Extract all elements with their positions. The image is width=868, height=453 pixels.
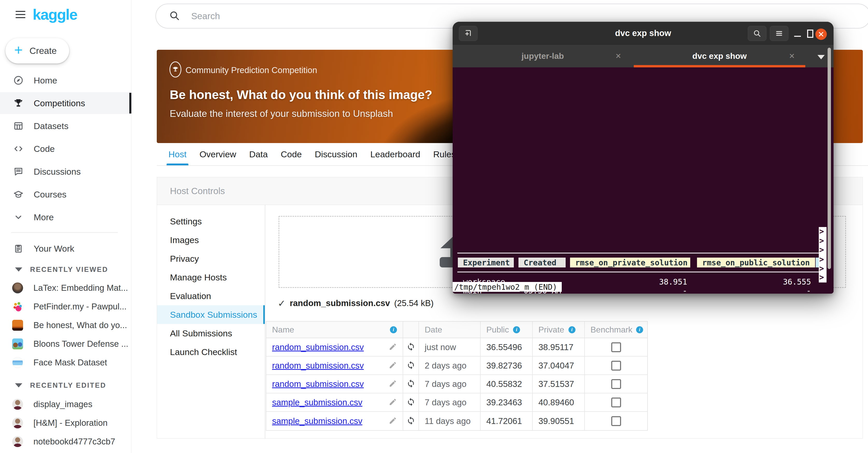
- benchmark-checkbox[interactable]: [611, 416, 621, 426]
- submission-file-link[interactable]: random_submission.csv: [272, 342, 364, 352]
- submission-file-link[interactable]: sample_submission.csv: [272, 416, 362, 426]
- benchmark-checkbox[interactable]: [611, 379, 621, 389]
- column-public: Public: [486, 325, 509, 335]
- terminal-output[interactable]: Experiment Created rmse_on_private_solut…: [453, 67, 834, 294]
- rerun-icon[interactable]: [406, 416, 415, 426]
- submission-file-link[interactable]: random_submission.csv: [272, 361, 364, 370]
- terminal-search-button[interactable]: [748, 26, 767, 41]
- pencil-icon[interactable]: [389, 398, 397, 407]
- sidebar-nav-item[interactable]: More: [0, 206, 131, 228]
- recent-item-label: PetFinder.my - Pawpul...: [33, 302, 126, 311]
- terminal-col-experiment: Experiment: [458, 258, 514, 267]
- wrap-marker: >: [819, 255, 826, 264]
- info-icon[interactable]: i: [390, 326, 397, 333]
- competition-title: Be honest, What do you think of this ima…: [170, 88, 432, 102]
- competition-tab[interactable]: Host: [162, 143, 193, 165]
- tab-close-icon[interactable]: ✕: [615, 52, 621, 60]
- submission-row: random_submission.csv 7 days ago 40.5583…: [266, 375, 647, 393]
- competition-tab[interactable]: Data: [243, 143, 274, 165]
- sidebar-nav-item[interactable]: Discussions: [0, 161, 131, 182]
- rerun-icon[interactable]: [406, 379, 415, 389]
- submission-private-score: 40.89460: [538, 397, 574, 407]
- sidebar-nav-item[interactable]: Code: [0, 138, 131, 160]
- host-controls-menu-label: Privacy: [170, 254, 199, 264]
- info-icon[interactable]: i: [568, 326, 576, 333]
- sidebar-nav-label: More: [34, 212, 54, 222]
- pencil-icon[interactable]: [389, 342, 397, 352]
- close-button[interactable]: ✕: [815, 29, 827, 40]
- sidebar-item-your-work[interactable]: Your Work: [0, 238, 131, 260]
- sidebar-nav-item[interactable]: Home: [0, 69, 131, 91]
- host-controls-menu-item[interactable]: All Submissions: [157, 324, 265, 342]
- competition-tab[interactable]: Overview: [193, 143, 243, 165]
- host-controls-menu-item[interactable]: Privacy: [157, 249, 265, 268]
- code-icon: [13, 143, 24, 154]
- benchmark-checkbox[interactable]: [611, 342, 621, 352]
- column-date: Date: [425, 325, 442, 335]
- sidebar-nav-item[interactable]: Datasets: [0, 115, 131, 137]
- hamburger-menu-icon[interactable]: [16, 11, 26, 20]
- recently-viewed-item[interactable]: LaTex: Embedding Mat...: [0, 279, 131, 297]
- host-controls-menu-item[interactable]: Sandbox Submissions: [157, 305, 265, 324]
- competition-tab-label: Host: [168, 149, 187, 159]
- competition-tab[interactable]: Leaderboard: [364, 143, 427, 165]
- sidebar-nav: Home Competitions Datasets Code Discussi…: [0, 69, 131, 229]
- create-button[interactable]: + Create: [5, 38, 69, 63]
- host-controls-menu-item[interactable]: Evaluation: [157, 286, 265, 305]
- rerun-icon[interactable]: [406, 361, 415, 370]
- new-tab-button[interactable]: [459, 26, 477, 41]
- host-controls-menu-item[interactable]: Manage Hosts: [157, 268, 265, 286]
- recent-item-label: [H&M] - Exploration: [33, 418, 107, 428]
- sidebar-nav-item[interactable]: Competitions: [0, 92, 131, 114]
- rerun-icon[interactable]: [406, 342, 415, 352]
- pencil-icon[interactable]: [389, 361, 397, 370]
- terminal-scrollbar[interactable]: [828, 48, 831, 269]
- tab-close-icon[interactable]: ✕: [789, 52, 795, 60]
- pencil-icon[interactable]: [389, 417, 397, 426]
- experiment-rmse-private: -: [635, 286, 687, 294]
- info-icon[interactable]: i: [636, 326, 643, 333]
- recently-edited-item[interactable]: notebookd4777c3cb7: [0, 432, 131, 451]
- recently-edited-item[interactable]: [H&M] - Exploration: [0, 414, 131, 432]
- host-controls-menu-item[interactable]: Images: [157, 231, 265, 249]
- host-controls-menu-label: Evaluation: [170, 291, 211, 301]
- host-controls-title: Host Controls: [170, 186, 225, 196]
- recently-viewed-item[interactable]: PetFinder.my - Pawpul...: [0, 297, 131, 316]
- submission-row: sample_submission.csv 11 days ago 41.720…: [266, 412, 647, 430]
- competition-tab[interactable]: Code: [274, 143, 308, 165]
- avatar-photo1: [12, 282, 23, 293]
- submission-file-link[interactable]: sample_submission.csv: [272, 397, 362, 407]
- recently-viewed-item[interactable]: Face Mask Dataset: [0, 353, 131, 372]
- recently-edited-item[interactable]: display_images: [0, 395, 131, 414]
- kaggle-logo[interactable]: kaggle: [33, 6, 77, 23]
- pencil-icon[interactable]: [389, 380, 397, 389]
- sidebar-nav-item[interactable]: Courses: [0, 183, 131, 205]
- rerun-icon[interactable]: [406, 397, 415, 407]
- recently-viewed-header[interactable]: RECENTLY VIEWED: [0, 264, 131, 275]
- host-controls-menu-item[interactable]: Launch Checklist: [157, 342, 265, 361]
- check-icon: ✓: [278, 298, 285, 309]
- sidebar-divider: [11, 232, 118, 233]
- tab-list-dropdown-icon[interactable]: [817, 55, 825, 59]
- info-icon[interactable]: i: [513, 326, 520, 333]
- terminal-tab-dvc-exp-show[interactable]: dvc exp show ✕: [633, 44, 806, 67]
- uploaded-file-size: (25.54 kB): [394, 298, 433, 308]
- competition-tab-label: Leaderboard: [370, 149, 420, 159]
- benchmark-checkbox[interactable]: [611, 361, 621, 370]
- minimize-button[interactable]: [794, 36, 801, 37]
- submission-private-score: 38.95117: [538, 342, 574, 352]
- terminal-titlebar[interactable]: dvc exp show ✕: [453, 22, 834, 44]
- maximize-button[interactable]: [807, 30, 813, 38]
- recently-edited-header[interactable]: RECENTLY EDITED: [0, 380, 131, 391]
- submission-file-link[interactable]: random_submission.csv: [272, 379, 364, 389]
- terminal-menu-button[interactable]: [770, 26, 788, 41]
- host-controls-menu-item[interactable]: Settings: [157, 212, 265, 231]
- avatar-petfinder: [12, 301, 23, 312]
- competition-tab[interactable]: Discussion: [308, 143, 364, 165]
- benchmark-checkbox[interactable]: [611, 397, 621, 407]
- submission-private-score: 37.51537: [538, 379, 574, 389]
- host-controls-menu-label: Settings: [170, 216, 202, 227]
- recently-viewed-item[interactable]: Bloons Tower Defense ...: [0, 335, 131, 353]
- terminal-tab-jupyter-lab[interactable]: jupyter-lab ✕: [453, 44, 633, 67]
- recently-viewed-item[interactable]: Be honest, What do yo...: [0, 316, 131, 335]
